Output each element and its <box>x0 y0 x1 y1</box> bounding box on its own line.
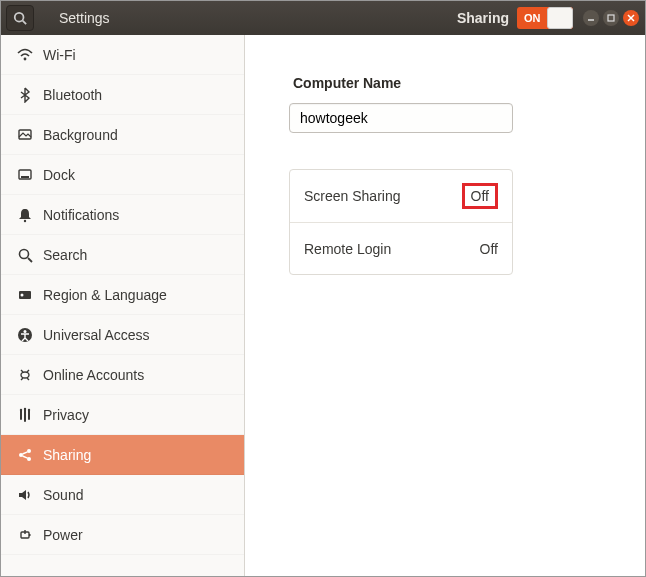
panel-title: Sharing <box>457 10 509 26</box>
search-icon <box>13 247 37 263</box>
sidebar-item-label: Region & Language <box>43 287 167 303</box>
sidebar-item-label: Background <box>43 127 118 143</box>
svg-point-17 <box>20 408 22 410</box>
privacy-icon <box>13 407 37 423</box>
toggle-thumb <box>547 7 573 29</box>
bluetooth-icon <box>13 87 37 103</box>
sidebar-item-online-accounts[interactable]: Online Accounts <box>1 355 244 395</box>
highlight-box: Off <box>462 183 498 209</box>
computer-name-input[interactable] <box>289 103 513 133</box>
sidebar-item-label: Bluetooth <box>43 87 102 103</box>
sidebar-item-universal-access[interactable]: Universal Access <box>1 315 244 355</box>
svg-point-6 <box>24 57 27 60</box>
row-label: Remote Login <box>304 241 391 257</box>
sidebar-item-privacy[interactable]: Privacy <box>1 395 244 435</box>
svg-point-19 <box>28 408 30 410</box>
sidebar-item-wi-fi[interactable]: Wi-Fi <box>1 35 244 75</box>
sidebar-item-notifications[interactable]: Notifications <box>1 195 244 235</box>
search-button[interactable] <box>6 5 34 31</box>
background-icon <box>13 127 37 143</box>
maximize-button[interactable] <box>603 10 619 26</box>
computer-name-label: Computer Name <box>293 75 601 91</box>
sidebar-item-label: Dock <box>43 167 75 183</box>
sidebar-item-label: Sharing <box>43 447 91 463</box>
svg-point-16 <box>24 330 27 333</box>
wifi-icon <box>13 47 37 63</box>
region-icon <box>13 287 37 303</box>
svg-line-24 <box>23 456 28 458</box>
online-accounts-icon <box>13 367 37 383</box>
sidebar-item-label: Online Accounts <box>43 367 144 383</box>
sidebar-item-label: Wi-Fi <box>43 47 76 63</box>
main-panel: Computer Name Screen SharingOffRemote Lo… <box>245 35 645 576</box>
svg-point-18 <box>24 407 26 409</box>
sidebar-item-bluetooth[interactable]: Bluetooth <box>1 75 244 115</box>
svg-point-10 <box>24 219 26 221</box>
close-button[interactable] <box>623 10 639 26</box>
svg-line-1 <box>23 21 27 25</box>
toggle-on-label: ON <box>524 12 541 24</box>
sidebar-item-label: Notifications <box>43 207 119 223</box>
sidebar-item-power[interactable]: Power <box>1 515 244 555</box>
sidebar-item-label: Power <box>43 527 83 543</box>
sidebar-item-sharing[interactable]: Sharing <box>1 435 244 475</box>
sidebar-item-label: Universal Access <box>43 327 150 343</box>
sidebar-item-region-language[interactable]: Region & Language <box>1 275 244 315</box>
svg-rect-26 <box>29 534 31 536</box>
app-title: Settings <box>59 10 110 26</box>
svg-point-11 <box>20 249 29 258</box>
power-icon <box>13 527 37 543</box>
settings-sidebar: Wi-FiBluetoothBackgroundDockNotification… <box>1 35 245 576</box>
sidebar-item-background[interactable]: Background <box>1 115 244 155</box>
remote-login-row[interactable]: Remote LoginOff <box>290 222 512 274</box>
screen-sharing-row[interactable]: Screen SharingOff <box>290 170 512 222</box>
sidebar-item-search[interactable]: Search <box>1 235 244 275</box>
svg-line-12 <box>28 258 32 262</box>
svg-point-14 <box>21 293 24 296</box>
svg-point-0 <box>15 13 24 22</box>
sidebar-item-label: Privacy <box>43 407 89 423</box>
svg-line-23 <box>23 451 28 453</box>
universal-access-icon <box>13 327 37 343</box>
sound-icon <box>13 487 37 503</box>
sharing-master-toggle[interactable]: ON <box>517 7 573 29</box>
sidebar-item-label: Search <box>43 247 87 263</box>
svg-rect-3 <box>608 15 614 21</box>
sidebar-item-label: Sound <box>43 487 83 503</box>
titlebar: Settings Sharing ON <box>1 1 645 35</box>
sidebar-item-sound[interactable]: Sound <box>1 475 244 515</box>
dock-icon <box>13 167 37 183</box>
minimize-button[interactable] <box>583 10 599 26</box>
sidebar-item-dock[interactable]: Dock <box>1 155 244 195</box>
status-value: Off <box>480 241 498 257</box>
sharing-options-panel: Screen SharingOffRemote LoginOff <box>289 169 513 275</box>
status-value: Off <box>471 188 489 204</box>
row-label: Screen Sharing <box>304 188 401 204</box>
window-controls <box>583 10 639 26</box>
notifications-icon <box>13 207 37 223</box>
sharing-icon <box>13 447 37 463</box>
svg-rect-9 <box>21 176 29 178</box>
